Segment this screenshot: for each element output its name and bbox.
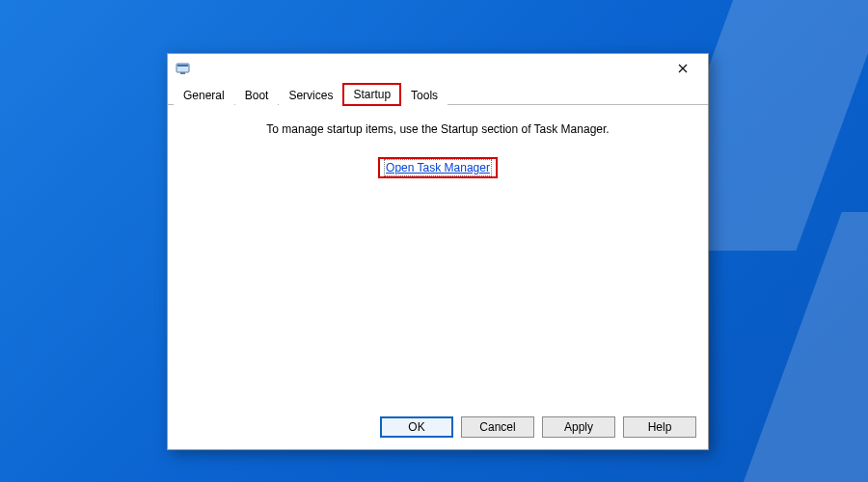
cancel-button[interactable]: Cancel [461, 416, 534, 438]
open-task-manager-link[interactable]: Open Task Manager [386, 161, 490, 174]
tab-tools[interactable]: Tools [401, 85, 448, 105]
apply-button[interactable]: Apply [542, 416, 615, 438]
ok-button[interactable]: OK [380, 416, 453, 438]
tab-general[interactable]: General [174, 85, 234, 105]
tab-startup[interactable]: Startup [343, 84, 400, 105]
tab-content-startup: To manage startup items, use the Startup… [168, 105, 708, 407]
help-button[interactable]: Help [623, 416, 696, 438]
tab-services[interactable]: Services [279, 85, 342, 105]
msconfig-dialog: General Boot Services Startup Tools To m… [167, 53, 709, 450]
svg-rect-1 [177, 65, 188, 67]
titlebar [168, 54, 708, 83]
svg-rect-2 [180, 72, 185, 74]
startup-info-text: To manage startup items, use the Startup… [177, 122, 698, 136]
dialog-button-row: OK Cancel Apply Help [168, 407, 708, 449]
close-button[interactable] [664, 57, 702, 80]
tabstrip: General Boot Services Startup Tools [168, 83, 708, 105]
tab-boot[interactable]: Boot [235, 85, 279, 105]
desktop-background: General Boot Services Startup Tools To m… [0, 0, 868, 482]
msconfig-icon [176, 61, 191, 76]
open-task-manager-highlight: Open Task Manager [378, 157, 498, 178]
title-left [176, 61, 191, 76]
